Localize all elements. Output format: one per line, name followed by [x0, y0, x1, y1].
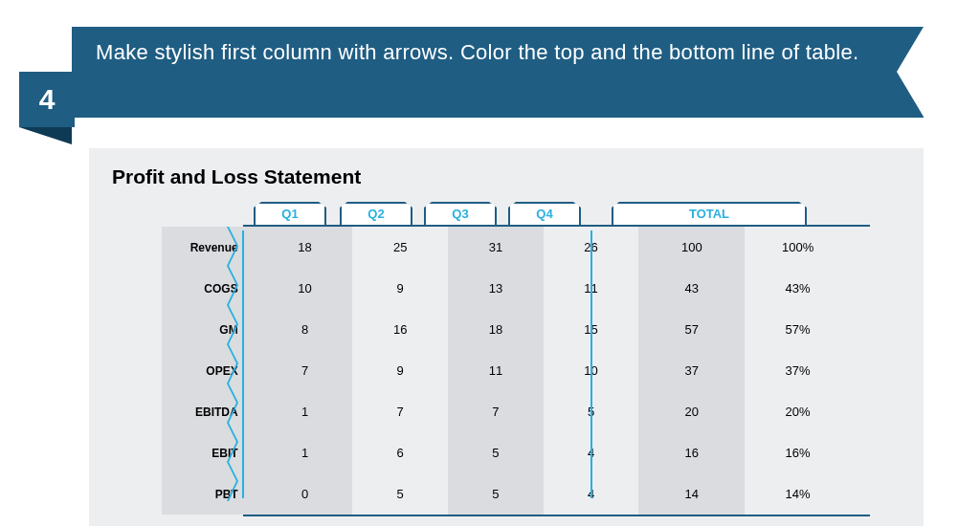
- pl-table: Q1 Q2 Q3 Q4 TOTAL Revenue18253126100100%: [162, 202, 851, 515]
- cell-pct: 57%: [745, 309, 851, 350]
- table-top-rule: [243, 225, 870, 227]
- cell-q1: 18: [257, 227, 353, 268]
- data-grid: Revenue18253126100100%COGS10913114343%GM…: [162, 227, 851, 515]
- cell-q1: 0: [257, 473, 353, 515]
- cell-q3: 5: [448, 432, 544, 473]
- arrow-column: [227, 227, 240, 501]
- table-row: EBITDA17752020%: [162, 391, 851, 432]
- arrow-icon: [227, 462, 240, 501]
- table-row: COGS10913114343%: [162, 268, 851, 309]
- cell-q3: 11: [448, 350, 544, 391]
- cell-total: 37: [638, 350, 745, 391]
- cell-q1: 1: [257, 432, 353, 473]
- slide-card: Profit and Loss Statement Q1 Q2 Q3 Q4 TO…: [89, 148, 924, 526]
- column-header-tabs: Q1 Q2 Q3 Q4 TOTAL: [162, 202, 851, 227]
- cell-pct: 43%: [745, 268, 851, 309]
- arrow-icon: [227, 344, 240, 384]
- cell-q2: 9: [352, 268, 448, 309]
- step-number-fold: [19, 127, 72, 144]
- arrow-icon: [227, 227, 240, 266]
- table-row: Revenue18253126100100%: [162, 227, 851, 268]
- cell-pct: 16%: [745, 432, 851, 473]
- card-title: Profit and Loss Statement: [112, 165, 904, 188]
- tab-total: TOTAL: [612, 202, 807, 227]
- tab-q1: Q1: [254, 202, 326, 227]
- cell-total: 14: [638, 473, 745, 515]
- step-number-box: 4: [19, 72, 75, 127]
- cell-q3: 31: [448, 227, 544, 268]
- cell-q2: 9: [352, 350, 448, 391]
- table-row: OPEX7911103737%: [162, 350, 851, 391]
- cell-q1: 8: [257, 309, 353, 350]
- cell-total: 20: [638, 391, 745, 432]
- table-row: EBIT16541616%: [162, 432, 851, 473]
- cell-q2: 7: [352, 391, 448, 432]
- cell-q1: 1: [257, 391, 353, 432]
- vline-left: [242, 230, 244, 498]
- cell-pct: 100%: [745, 227, 851, 268]
- arrow-icon: [227, 266, 240, 305]
- cell-q3: 18: [448, 309, 544, 350]
- tab-q4: Q4: [508, 202, 581, 227]
- cell-pct: 14%: [745, 473, 851, 515]
- cell-q3: 5: [448, 473, 544, 515]
- table-row: PBT05541414%: [162, 473, 851, 515]
- tab-q3: Q3: [424, 202, 497, 227]
- cell-pct: 20%: [745, 391, 851, 432]
- cell-q2: 5: [352, 473, 448, 515]
- cell-total: 16: [638, 432, 745, 473]
- instruction-banner: Make stylish first column with arrows. C…: [72, 27, 924, 118]
- arrow-icon: [227, 423, 240, 462]
- arrow-icon: [227, 384, 240, 423]
- cell-q1: 7: [257, 350, 353, 391]
- cell-q2: 25: [352, 227, 448, 268]
- cell-total: 100: [638, 227, 745, 268]
- banner-text: Make stylish first column with arrows. C…: [96, 40, 858, 64]
- table-bottom-rule: [243, 515, 870, 516]
- cell-total: 43: [638, 268, 745, 309]
- cell-pct: 37%: [745, 350, 851, 391]
- arrow-icon: [227, 305, 240, 344]
- cell-q1: 10: [257, 268, 353, 309]
- vline-right: [590, 230, 592, 498]
- tab-q2: Q2: [340, 202, 412, 227]
- cell-q3: 7: [448, 391, 544, 432]
- step-number: 4: [39, 83, 56, 116]
- cell-q2: 16: [352, 309, 448, 350]
- cell-total: 57: [638, 309, 745, 350]
- cell-q3: 13: [448, 268, 544, 309]
- cell-q2: 6: [352, 432, 448, 473]
- table-row: GM81618155757%: [162, 309, 851, 350]
